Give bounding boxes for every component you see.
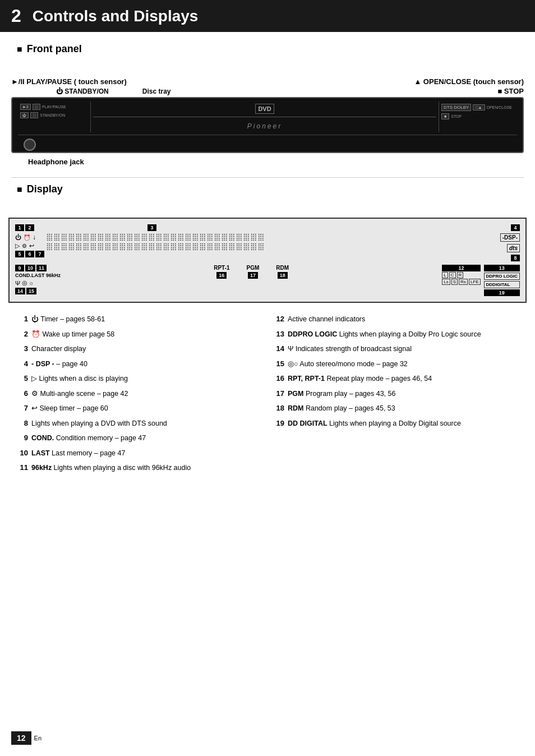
cond-last-area: 9 10 11 COND.LAST 96kHz Ψ ◎ ○ 14 15 bbox=[15, 265, 61, 294]
desc-text-6: ⚙ Multi-angle scene – page 42 bbox=[31, 389, 262, 399]
wakeup-icon: ⏰ bbox=[24, 234, 30, 241]
dot-char-r2-28 bbox=[243, 243, 250, 250]
badge-5: 5 bbox=[15, 251, 24, 257]
badge-row-1-2: 1 2 bbox=[15, 224, 44, 231]
desc-text-14: Ψ Indicates strength of broadcast signal bbox=[288, 344, 518, 354]
channel-bot-row: Ls S Rs LFE bbox=[442, 279, 480, 285]
dot-char-20 bbox=[185, 233, 191, 241]
chapter-header: 2 Controls and Displays bbox=[0, 0, 535, 32]
dot-char-r2-10 bbox=[112, 243, 118, 250]
badge-row-9-10-11: 9 10 11 bbox=[15, 265, 61, 271]
desc-right-col: 12 Active channel indicators 13 DDPRO LO… bbox=[273, 314, 518, 478]
badge-4: 4 bbox=[511, 224, 520, 231]
dot-char-21 bbox=[192, 233, 199, 241]
dot-char-29 bbox=[251, 233, 257, 241]
descriptions-area: 1 ⏻ Timer – pages 58-61 2 ⏰ Wake up time… bbox=[0, 308, 535, 483]
desc-text-10: LAST Last memory – page 47 bbox=[31, 449, 262, 459]
pioneer-logo: Pioneer bbox=[247, 122, 282, 130]
dot-char-14 bbox=[141, 233, 147, 241]
badge-14: 14 bbox=[15, 288, 25, 294]
center-labels-area: RPT-1 16 PGM 17 RDM 18 bbox=[64, 265, 439, 284]
play-disc-icon: ▷ bbox=[15, 242, 20, 250]
badge-11: 11 bbox=[36, 265, 47, 271]
dot-char-4 bbox=[68, 233, 75, 241]
front-panel-section: Front panel bbox=[0, 43, 535, 77]
display-bottom-area: 9 10 11 COND.LAST 96kHz Ψ ◎ ○ 14 15 RPT-… bbox=[15, 265, 520, 296]
pgm-label: PGM bbox=[247, 265, 260, 271]
right-indicators-area: 12 L C R Ls S Rs LFE 13 DDPRO LOGIC DDDI… bbox=[442, 265, 520, 296]
dot-char-6 bbox=[83, 233, 89, 241]
dot-char-r2-18 bbox=[170, 243, 177, 250]
icon-row-1: ⏻ ⏰ ↓ bbox=[15, 233, 44, 241]
channel-top-row: L C R bbox=[442, 272, 480, 278]
dvd-logo-area: DVD bbox=[255, 104, 274, 114]
desc-item-3: 3 Character display bbox=[17, 344, 262, 354]
dvd-center-panel: DVD Pioneer bbox=[91, 102, 439, 132]
desc-num-8: 8 bbox=[17, 418, 28, 428]
panel-sub-labels: ⏻ STANDBY/ON Disc tray ■ STOP bbox=[11, 87, 524, 95]
dot-char-r2-16 bbox=[156, 243, 162, 250]
standby-control: ⏻ □ STANDBY/ON bbox=[20, 112, 88, 118]
badge-17: 17 bbox=[248, 272, 258, 279]
ch-Ls: Ls bbox=[442, 279, 450, 285]
desc-num-14: 14 bbox=[273, 344, 284, 354]
desc-item-4: 4 - DSP - – page 40 bbox=[17, 359, 262, 370]
dot-char-26 bbox=[229, 233, 235, 241]
dot-char-25 bbox=[222, 233, 228, 241]
desc-text-13: DDPRO LOGIC Lights when playing a Dolby … bbox=[288, 330, 518, 340]
open-close-label: ▲ OPEN/CLOSE (touch sensor) bbox=[414, 77, 524, 86]
channel-indicators-area: 12 L C R Ls S Rs LFE bbox=[442, 265, 480, 285]
bottom-icons-row: Ψ ◎ ○ bbox=[15, 279, 61, 287]
standby-icon: ⏻ bbox=[20, 112, 29, 118]
desc-text-19: DD DIGITAL Lights when playing a Dolby D… bbox=[288, 419, 518, 429]
desc-text-15: ◎○ Auto stereo/mono mode – page 32 bbox=[288, 359, 518, 370]
dot-char-r2-26 bbox=[229, 243, 235, 250]
ch-LFE: LFE bbox=[469, 279, 481, 285]
desc-num-6: 6 bbox=[17, 389, 28, 399]
dot-char-16 bbox=[156, 233, 162, 241]
format-indicators: DTS DOLBY bbox=[441, 104, 471, 111]
dot-char-17 bbox=[163, 233, 169, 241]
badge-6: 6 bbox=[25, 251, 34, 257]
badge-2: 2 bbox=[25, 224, 34, 231]
page-number: 12 bbox=[11, 731, 31, 745]
badge-1: 1 bbox=[15, 224, 24, 231]
desc-text-3: Character display bbox=[31, 344, 262, 354]
dot-char-r2-14 bbox=[141, 243, 147, 250]
dot-char-27 bbox=[236, 233, 242, 241]
desc-item-11: 11 96kHz Lights when playing a disc with… bbox=[17, 463, 262, 473]
dot-char-30 bbox=[258, 233, 264, 241]
desc-item-15: 15 ◎○ Auto stereo/mono mode – page 32 bbox=[273, 359, 518, 370]
desc-item-14: 14 Ψ Indicates strength of broadcast sig… bbox=[273, 344, 518, 354]
dot-char-r2-23 bbox=[207, 243, 213, 250]
desc-num-18: 18 bbox=[273, 403, 284, 413]
standby-box: □ bbox=[30, 112, 38, 118]
dvd-bottom-panel bbox=[18, 135, 517, 154]
dot-char-7 bbox=[90, 233, 96, 241]
dot-matrix-row-2 bbox=[47, 243, 497, 250]
desc-num-15: 15 bbox=[273, 359, 284, 369]
pgm-area: PGM 17 bbox=[247, 265, 260, 279]
desc-item-8: 8 Lights when playing a DVD with DTS sou… bbox=[17, 418, 262, 429]
headphone-jack-label: Headphone jack bbox=[28, 158, 84, 166]
desc-item-5: 5 ▷ Lights when a disc is playing bbox=[17, 374, 262, 384]
rdm-label: RDM bbox=[276, 265, 289, 271]
dot-char-r2-3 bbox=[61, 243, 67, 250]
dot-char-28 bbox=[243, 233, 250, 241]
desc-text-16: RPT, RPT-1 Repeat play mode – pages 46, … bbox=[288, 374, 518, 384]
open-close-control: DTS DOLBY □▲ OPEN/CLOSE bbox=[441, 104, 515, 111]
ch-C: C bbox=[449, 272, 456, 278]
panel-sub-left: ⏻ STANDBY/ON Disc tray bbox=[11, 87, 170, 95]
dot-char-11 bbox=[119, 233, 126, 241]
page-language: En bbox=[34, 735, 41, 741]
badge-row-4: 4 bbox=[511, 224, 520, 231]
dot-char-r2-4 bbox=[68, 243, 75, 250]
desc-text-18: RDM Random play – pages 45, 53 bbox=[288, 404, 518, 414]
display-left-badges: 1 2 ⏻ ⏰ ↓ ▷ ⚙ ↩ 5 6 7 bbox=[15, 224, 44, 257]
badge-10: 10 bbox=[25, 265, 35, 271]
front-panel-diagram-area: ►/II PLAY/PAUSE ( touch sensor) ▲ OPEN/C… bbox=[0, 77, 535, 166]
dot-char-8 bbox=[98, 233, 104, 241]
disc-tray-label: Disc tray bbox=[142, 87, 171, 95]
desc-num-17: 17 bbox=[273, 389, 284, 399]
desc-num-10: 10 bbox=[17, 448, 28, 458]
